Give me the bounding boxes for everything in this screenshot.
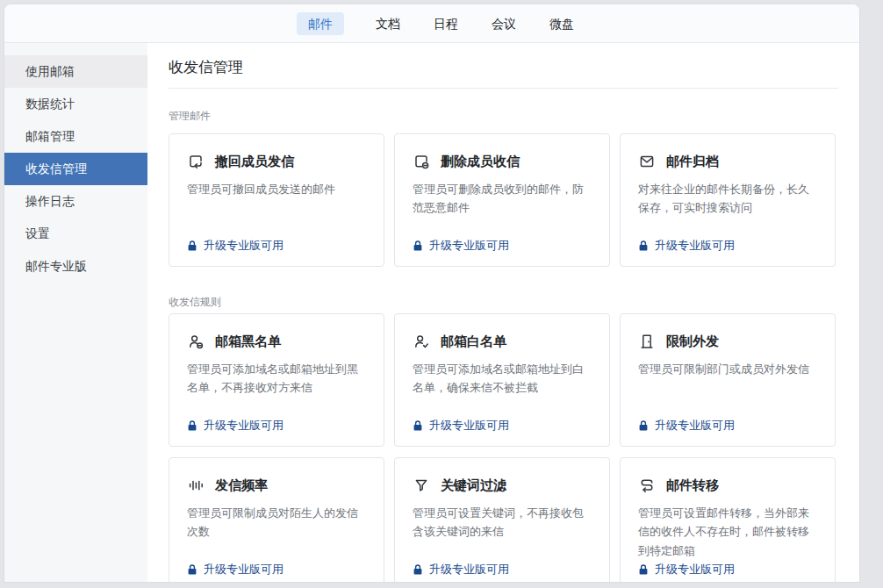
upgrade-label: 升级专业版可用 [429, 562, 509, 577]
frequency-bars-icon [187, 477, 205, 494]
sidebar-item-use-mailbox[interactable]: 使用邮箱 [4, 55, 147, 88]
card-keyword-filter[interactable]: 关键词过滤 管理员可设置关键词，不再接收包含该关键词的来信 升级专业版可用 [394, 457, 610, 582]
sidebar-item-send-receive-management[interactable]: 收发信管理 [4, 153, 147, 185]
upgrade-label: 升级专业版可用 [204, 238, 284, 254]
lock-icon [187, 419, 197, 432]
app-window: 邮件 文档 日程 会议 微盘 使用邮箱 数据统计 邮箱管理 收发信管理 操作日志… [4, 4, 859, 582]
sidebar: 使用邮箱 数据统计 邮箱管理 收发信管理 操作日志 设置 邮件专业版 [4, 43, 147, 582]
card-row-2: 邮箱黑名单 管理员可添加域名或邮箱地址到黑名单，不再接收对方来信 升级专业版可用… [169, 313, 836, 447]
person-minus-icon [187, 333, 205, 350]
card-mail-archive[interactable]: 邮件归档 对来往企业的邮件长期备份，长久保存，可实时搜索访问 升级专业版可用 [620, 133, 836, 267]
sidebar-item-mailbox-management[interactable]: 邮箱管理 [4, 120, 147, 153]
card-title: 关键词过滤 [441, 477, 506, 494]
card-title: 删除成员收信 [441, 154, 520, 170]
card-title: 撤回成员发信 [215, 154, 294, 170]
card-recall-member-mail[interactable]: 撤回成员发信 管理员可撤回成员发送的邮件 升级专业版可用 [169, 133, 384, 267]
filter-funnel-icon [413, 477, 430, 494]
title-divider [169, 88, 838, 89]
upgrade-label: 升级专业版可用 [655, 238, 735, 254]
section-label-manage-mail: 管理邮件 [169, 109, 211, 124]
person-check-icon [413, 333, 430, 350]
door-icon [638, 333, 656, 350]
tab-mail[interactable]: 邮件 [297, 12, 344, 35]
upgrade-label: 升级专业版可用 [429, 238, 509, 254]
lock-icon [638, 563, 649, 576]
card-send-frequency[interactable]: 发信频率 管理员可限制成员对陌生人的发信次数 升级专业版可用 [169, 457, 384, 582]
tab-docs[interactable]: 文档 [374, 12, 402, 35]
card-mail-transfer[interactable]: 邮件转移 管理员可设置邮件转移，当外部来信的收件人不存在时，邮件被转移到特定邮箱… [620, 457, 836, 582]
card-desc: 管理员可添加域名或邮箱地址到白名单，确保来信不被拦截 [413, 360, 592, 398]
mail-archive-icon [638, 153, 656, 170]
card-desc: 管理员可设置邮件转移，当外部来信的收件人不存在时，邮件被转移到特定邮箱 [638, 504, 817, 560]
card-desc: 管理员可限制成员对陌生人的发信次数 [187, 504, 366, 541]
main-content: 收发信管理 管理邮件 撤回成员发信 管理员可撤回成员发送的邮件 升级专业版可用 [147, 43, 859, 582]
transfer-arrow-icon [638, 477, 656, 494]
upgrade-pro-link[interactable]: 升级专业版可用 [187, 238, 284, 254]
section-label-send-receive-rules: 收发信规则 [169, 295, 221, 310]
card-row-1: 撤回成员发信 管理员可撤回成员发送的邮件 升级专业版可用 删除成员收信 [169, 133, 836, 267]
upgrade-pro-link[interactable]: 升级专业版可用 [638, 562, 735, 577]
card-title: 邮箱黑名单 [215, 333, 281, 350]
sidebar-item-operation-log[interactable]: 操作日志 [4, 185, 147, 218]
lock-icon [413, 563, 423, 576]
sidebar-item-mail-pro[interactable]: 邮件专业版 [4, 250, 147, 283]
card-title: 邮箱白名单 [441, 333, 506, 350]
lock-icon [187, 563, 197, 576]
lock-icon [413, 240, 423, 252]
upgrade-label: 升级专业版可用 [204, 418, 284, 434]
top-navigation: 邮件 文档 日程 会议 微盘 [4, 4, 859, 43]
card-desc: 管理员可限制部门或成员对外发信 [638, 360, 817, 378]
card-desc: 管理员可添加域名或邮箱地址到黑名单，不再接收对方来信 [187, 360, 366, 398]
card-title: 发信频率 [215, 477, 268, 494]
lock-icon [413, 419, 423, 432]
upgrade-pro-link[interactable]: 升级专业版可用 [187, 562, 284, 577]
tab-drive[interactable]: 微盘 [548, 12, 576, 35]
card-mailbox-whitelist[interactable]: 邮箱白名单 管理员可添加域名或邮箱地址到白名单，确保来信不被拦截 升级专业版可用 [394, 313, 610, 447]
lock-icon [187, 240, 197, 252]
card-delete-member-mail[interactable]: 删除成员收信 管理员可删除成员收到的邮件，防范恶意邮件 升级专业版可用 [394, 133, 610, 267]
upgrade-pro-link[interactable]: 升级专业版可用 [413, 562, 509, 577]
tab-meeting[interactable]: 会议 [490, 12, 518, 35]
upgrade-label: 升级专业版可用 [204, 562, 284, 577]
card-restrict-outgoing[interactable]: 限制外发 管理员可限制部门或成员对外发信 升级专业版可用 [620, 313, 836, 447]
card-desc: 对来往企业的邮件长期备份，长久保存，可实时搜索访问 [638, 180, 817, 218]
card-title: 限制外发 [666, 333, 719, 350]
card-row-3: 发信频率 管理员可限制成员对陌生人的发信次数 升级专业版可用 关键词过滤 [169, 457, 836, 582]
card-mailbox-blacklist[interactable]: 邮箱黑名单 管理员可添加域名或邮箱地址到黑名单，不再接收对方来信 升级专业版可用 [169, 313, 384, 447]
sidebar-item-settings[interactable]: 设置 [4, 218, 147, 250]
lock-icon [638, 419, 649, 432]
sidebar-item-statistics[interactable]: 数据统计 [4, 88, 147, 120]
card-title: 邮件归档 [666, 154, 719, 170]
upgrade-pro-link[interactable]: 升级专业版可用 [638, 418, 735, 434]
mail-delete-icon [413, 153, 430, 170]
top-tabs: 邮件 文档 日程 会议 微盘 [297, 12, 576, 35]
card-desc: 管理员可撤回成员发送的邮件 [187, 180, 366, 198]
upgrade-pro-link[interactable]: 升级专业版可用 [187, 418, 284, 434]
card-desc: 管理员可设置关键词，不再接收包含该关键词的来信 [413, 504, 592, 541]
upgrade-label: 升级专业版可用 [429, 418, 509, 434]
upgrade-label: 升级专业版可用 [655, 418, 735, 434]
upgrade-pro-link[interactable]: 升级专业版可用 [413, 418, 509, 434]
upgrade-pro-link[interactable]: 升级专业版可用 [638, 238, 735, 254]
card-title: 邮件转移 [666, 477, 719, 494]
card-desc: 管理员可删除成员收到的邮件，防范恶意邮件 [413, 180, 592, 218]
page-title: 收发信管理 [169, 57, 243, 77]
upgrade-pro-link[interactable]: 升级专业版可用 [413, 238, 509, 254]
lock-icon [638, 240, 649, 252]
mail-recall-icon [187, 153, 205, 170]
upgrade-label: 升级专业版可用 [655, 562, 735, 577]
tab-calendar[interactable]: 日程 [432, 12, 460, 35]
